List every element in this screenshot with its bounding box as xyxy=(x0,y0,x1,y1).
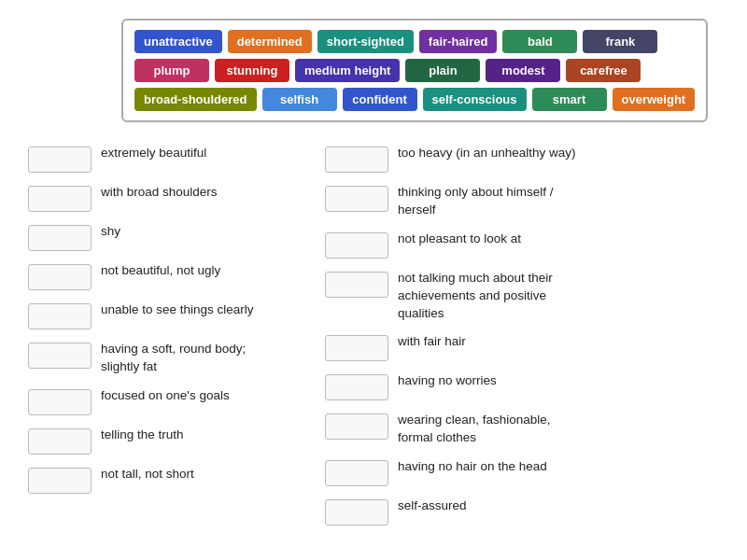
match-row: too heavy (in an unhealthy way) xyxy=(325,139,585,178)
right-answer-box-2[interactable] xyxy=(325,232,388,259)
match-row: having no worries xyxy=(325,367,585,406)
word-chip-plump[interactable]: plump xyxy=(134,59,209,82)
match-definition: with broad shoulders xyxy=(101,184,218,202)
match-definition: not pleasant to look at xyxy=(398,231,521,248)
left-answer-box-5[interactable] xyxy=(28,343,92,369)
match-definition: too heavy (in an unhealthy way) xyxy=(398,145,576,162)
match-definition: wearing clean, fashionable, formal cloth… xyxy=(398,412,585,447)
match-definition: telling the truth xyxy=(101,427,184,444)
right-answer-box-6[interactable] xyxy=(325,413,388,440)
match-row: focused on one's goals xyxy=(28,382,288,421)
page: unattractivedeterminedshort-sightedfair-… xyxy=(0,0,747,550)
match-row: not tall, not short xyxy=(28,460,288,499)
match-definition: shy xyxy=(101,223,120,241)
match-row: thinking only about himself / herself xyxy=(325,178,585,225)
word-chip-plain[interactable]: plain xyxy=(405,59,480,82)
match-row: extremely beautiful xyxy=(28,139,288,178)
right-column: too heavy (in an unhealthy way)thinking … xyxy=(325,139,585,531)
left-answer-box-4[interactable] xyxy=(28,303,92,329)
match-definition: not beautiful, not ugly xyxy=(101,262,220,280)
right-answer-box-8[interactable] xyxy=(325,499,388,525)
match-definition: not tall, not short xyxy=(101,466,194,483)
right-answer-box-7[interactable] xyxy=(325,460,388,486)
match-row: having no hair on the head xyxy=(325,453,585,492)
word-chip-unattractive[interactable]: unattractive xyxy=(134,30,222,53)
left-answer-box-0[interactable] xyxy=(28,147,92,173)
word-chip-smart[interactable]: smart xyxy=(532,88,607,111)
match-definition: self-assured xyxy=(398,497,467,515)
word-chip-selfish[interactable]: selfish xyxy=(262,88,337,111)
right-answer-box-4[interactable] xyxy=(325,335,388,361)
left-answer-box-8[interactable] xyxy=(28,468,92,494)
match-definition: having no hair on the head xyxy=(398,458,547,476)
word-chip-fair-haired[interactable]: fair-haired xyxy=(419,30,498,53)
match-row: with fair hair xyxy=(325,328,585,367)
match-row: with broad shoulders xyxy=(28,178,288,217)
match-row: wearing clean, fashionable, formal cloth… xyxy=(325,406,585,453)
word-bank-row-1: plumpstunningmedium heightplainmodestcar… xyxy=(134,59,695,82)
match-row: not pleasant to look at xyxy=(325,225,585,264)
word-bank: unattractivedeterminedshort-sightedfair-… xyxy=(121,19,708,122)
match-definition: focused on one's goals xyxy=(101,387,230,405)
match-definition: unable to see things clearly xyxy=(101,301,254,319)
word-chip-carefree[interactable]: carefree xyxy=(566,59,641,82)
word-chip-stunning[interactable]: stunning xyxy=(215,59,289,82)
right-answer-box-1[interactable] xyxy=(325,186,388,212)
match-definition: thinking only about himself / herself xyxy=(398,184,585,219)
match-definition: with fair hair xyxy=(398,333,466,351)
left-answer-box-2[interactable] xyxy=(28,225,92,251)
match-area: extremely beautifulwith broad shoulderss… xyxy=(28,139,719,531)
match-definition: having no worries xyxy=(398,372,497,390)
left-column: extremely beautifulwith broad shoulderss… xyxy=(28,139,288,531)
word-chip-short-sighted[interactable]: short-sighted xyxy=(317,30,414,53)
match-row: not beautiful, not ugly xyxy=(28,257,288,296)
word-chip-bald[interactable]: bald xyxy=(502,30,577,53)
left-answer-box-6[interactable] xyxy=(28,389,92,415)
word-bank-row-0: unattractivedeterminedshort-sightedfair-… xyxy=(134,30,695,53)
match-row: having a soft, round body; slightly fat xyxy=(28,335,288,382)
word-chip-confident[interactable]: confident xyxy=(343,88,417,111)
right-answer-box-0[interactable] xyxy=(325,147,388,173)
match-row: not talking much about their achievement… xyxy=(325,264,585,329)
match-definition: having a soft, round body; slightly fat xyxy=(101,341,288,376)
right-answer-box-5[interactable] xyxy=(325,374,388,400)
word-bank-row-2: broad-shoulderedselfishconfidentself-con… xyxy=(134,88,695,111)
word-chip-modest[interactable]: modest xyxy=(486,59,560,82)
word-chip-medium-height[interactable]: medium height xyxy=(295,59,400,82)
word-chip-overweight[interactable]: overweight xyxy=(613,88,696,111)
left-answer-box-1[interactable] xyxy=(28,186,92,212)
word-chip-broad-shouldered[interactable]: broad-shouldered xyxy=(134,88,257,111)
match-row: self-assured xyxy=(325,492,585,531)
word-chip-frank[interactable]: frank xyxy=(583,30,657,53)
right-answer-box-3[interactable] xyxy=(325,272,388,298)
word-chip-determined[interactable]: determined xyxy=(228,30,312,53)
left-answer-box-3[interactable] xyxy=(28,264,92,290)
match-row: unable to see things clearly xyxy=(28,296,288,335)
match-definition: not talking much about their achievement… xyxy=(398,270,585,323)
match-row: telling the truth xyxy=(28,421,288,460)
word-chip-self-conscious[interactable]: self-conscious xyxy=(423,88,527,111)
match-row: shy xyxy=(28,217,288,257)
match-definition: extremely beautiful xyxy=(101,145,206,162)
left-answer-box-7[interactable] xyxy=(28,428,92,455)
